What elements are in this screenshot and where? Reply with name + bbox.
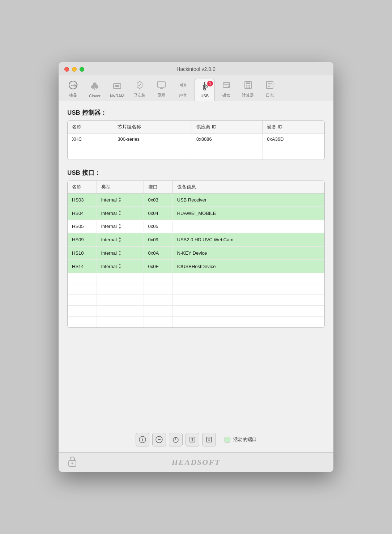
usb-badge: 1 bbox=[207, 81, 213, 86]
table-row[interactable]: HS14 Internal ▲▼ 0x0E IOUSBHostDevice bbox=[68, 260, 324, 273]
controller-device-id: 0xA36D bbox=[263, 134, 324, 145]
usb-controller-title: USB 控制器： bbox=[67, 109, 325, 117]
brand-label: HEADSOFT bbox=[172, 458, 221, 467]
port-type: Internal ▲▼ bbox=[97, 233, 144, 246]
port-type: Internal ▲▼ bbox=[97, 260, 144, 273]
svg-point-24 bbox=[247, 85, 248, 86]
svg-point-25 bbox=[249, 85, 250, 86]
col-vendor-id: 供应商 ID bbox=[192, 121, 263, 134]
port-device: HUAWEI_MOBILE bbox=[172, 207, 324, 220]
usb-ports-section: USB 接口： 名称 类型 接口 设备信息 HS03 bbox=[67, 169, 325, 328]
svg-marker-11 bbox=[180, 82, 183, 88]
tab-clover-label: Clover bbox=[89, 94, 101, 98]
port-type: Internal ▲▼ bbox=[97, 220, 144, 233]
active-port-checkbox[interactable] bbox=[225, 437, 230, 442]
tab-display[interactable]: 显示 bbox=[151, 78, 171, 101]
table-row-empty bbox=[68, 317, 324, 327]
ports-header-row: 名称 类型 接口 设备信息 bbox=[68, 181, 324, 194]
sound-icon bbox=[178, 80, 188, 92]
tab-usb[interactable]: USB 1 bbox=[195, 79, 215, 101]
table-row-empty bbox=[68, 145, 324, 160]
log-icon bbox=[265, 80, 274, 92]
svg-point-17 bbox=[204, 88, 206, 90]
port-device: USB Receiver bbox=[172, 193, 324, 207]
footer: HEADSOFT bbox=[59, 452, 333, 472]
info-button[interactable]: i bbox=[136, 433, 149, 446]
svg-point-3 bbox=[91, 85, 95, 89]
main-window: Hackintool v2.0.0 intel 核显 bbox=[59, 62, 333, 472]
table-row[interactable]: XHC 300-series 0x8086 0xA36D bbox=[68, 134, 324, 145]
port-port: 0x04 bbox=[144, 207, 172, 220]
table-row-empty bbox=[68, 295, 324, 306]
remove-button[interactable] bbox=[152, 433, 166, 446]
usb-ports-title: USB 接口： bbox=[67, 169, 325, 177]
active-port-section: 活动的端口 bbox=[225, 436, 257, 443]
tab-nvram[interactable]: NVRAM bbox=[106, 79, 128, 101]
export-button[interactable] bbox=[186, 433, 199, 446]
type-spinner-4[interactable]: ▲▼ bbox=[118, 250, 122, 257]
type-spinner-5[interactable]: ▲▼ bbox=[118, 263, 122, 270]
clover-icon bbox=[90, 81, 99, 93]
svg-point-46 bbox=[72, 463, 73, 465]
port-port: 0x0A bbox=[144, 246, 172, 260]
display-icon bbox=[157, 80, 166, 92]
port-port: 0x05 bbox=[144, 220, 172, 233]
active-port-label: 活动的端口 bbox=[233, 436, 257, 443]
port-device: IOUSBHostDevice bbox=[172, 260, 324, 273]
tab-core-label: 核显 bbox=[69, 93, 77, 98]
maximize-button[interactable] bbox=[80, 67, 84, 72]
core-icon: intel bbox=[68, 80, 78, 92]
port-name: HS09 bbox=[68, 233, 97, 246]
port-type: Internal ▲▼ bbox=[97, 207, 144, 220]
tab-log[interactable]: 日志 bbox=[260, 78, 280, 101]
close-button[interactable] bbox=[64, 67, 69, 72]
type-spinner-2[interactable]: ▲▼ bbox=[118, 223, 122, 230]
port-col-device: 设备信息 bbox=[172, 181, 324, 194]
tab-disk[interactable]: 磁盘 bbox=[216, 78, 237, 101]
tab-sound[interactable]: 声音 bbox=[173, 78, 193, 101]
tab-core[interactable]: intel 核显 bbox=[63, 78, 83, 101]
power-button[interactable] bbox=[169, 433, 183, 446]
tab-calc-label: 计算器 bbox=[242, 93, 254, 98]
col-chipset: 芯片组名称 bbox=[113, 121, 192, 134]
port-name: HS14 bbox=[68, 260, 97, 273]
table-row[interactable]: HS04 Internal ▲▼ 0x04 HUAWEI_MOBILE bbox=[68, 207, 324, 220]
tab-log-label: 日志 bbox=[266, 93, 274, 98]
tab-installed[interactable]: 已安装 bbox=[129, 78, 150, 101]
table-row[interactable]: HS09 Internal ▲▼ 0x09 USB2.0 HD UVC WebC… bbox=[68, 233, 324, 246]
usb-controller-section: USB 控制器： 名称 芯片组名称 供应商 ID 设备 ID XHC bbox=[67, 109, 325, 160]
controller-header-row: 名称 芯片组名称 供应商 ID 设备 ID bbox=[68, 121, 324, 134]
table-row-empty bbox=[68, 284, 324, 295]
port-type: Internal ▲▼ bbox=[97, 246, 144, 260]
port-port: 0x0E bbox=[144, 260, 172, 273]
svg-rect-16 bbox=[203, 86, 205, 88]
import-button[interactable] bbox=[202, 433, 216, 446]
tab-clover[interactable]: Clover bbox=[85, 79, 105, 101]
table-row[interactable]: HS03 Internal ▲▼ 0x03 USB Receiver bbox=[68, 193, 324, 207]
tab-installed-label: 已安装 bbox=[133, 93, 145, 98]
type-spinner-0[interactable]: ▲▼ bbox=[118, 196, 122, 204]
svg-rect-8 bbox=[157, 82, 165, 87]
installed-icon bbox=[135, 80, 144, 92]
table-row-empty bbox=[68, 306, 324, 317]
controller-vendor-id: 0x8086 bbox=[192, 134, 263, 145]
col-name: 名称 bbox=[68, 121, 113, 134]
minimize-button[interactable] bbox=[72, 67, 77, 72]
table-row[interactable]: HS05 Internal ▲▼ 0x05 bbox=[68, 220, 324, 233]
content-area: USB 控制器： 名称 芯片组名称 供应商 ID 设备 ID XHC bbox=[59, 101, 333, 427]
svg-point-4 bbox=[95, 85, 98, 89]
tab-sound-label: 声音 bbox=[179, 93, 187, 98]
type-spinner-3[interactable]: ▲▼ bbox=[118, 236, 122, 243]
table-row[interactable]: HS10 Internal ▲▼ 0x0A N-KEY Device bbox=[68, 246, 324, 260]
usb-controller-table-wrapper: 名称 芯片组名称 供应商 ID 设备 ID XHC 300-series 0x8… bbox=[67, 120, 325, 160]
port-device: N-KEY Device bbox=[172, 246, 324, 260]
disk-icon bbox=[222, 80, 231, 92]
col-device-id: 设备 ID bbox=[263, 121, 324, 134]
tab-calc[interactable]: 计算器 bbox=[238, 78, 258, 101]
port-name: HS04 bbox=[68, 207, 97, 220]
svg-text:i: i bbox=[142, 438, 143, 442]
toolbar: intel 核显 Clover bbox=[59, 75, 333, 101]
type-spinner-1[interactable]: ▲▼ bbox=[118, 209, 122, 217]
tab-disk-label: 磁盘 bbox=[222, 93, 230, 98]
calc-icon bbox=[243, 80, 253, 92]
